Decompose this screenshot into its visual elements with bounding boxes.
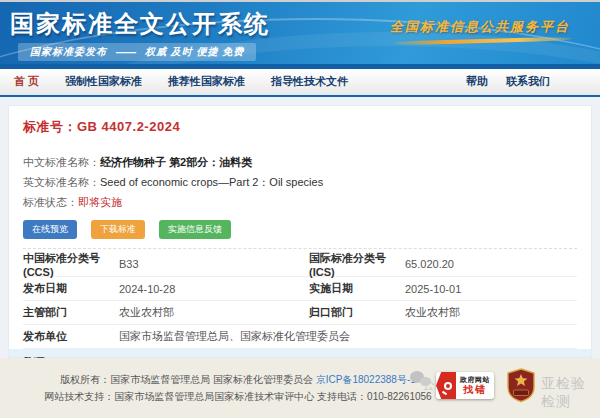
subtitle-dash: —— xyxy=(116,47,136,58)
watermark-text: 亚检验检测 xyxy=(541,375,600,411)
issuing-unit-value: 国家市场监督管理总局、国家标准化管理委员会 xyxy=(119,329,577,344)
page-footer: 版权所有：国家市场监督管理总局 国家标准化管理委员会 京ICP备18022388… xyxy=(0,358,600,418)
cn-name-value: 经济作物种子 第2部分：油料类 xyxy=(100,156,252,168)
site-title: 国家标准全文公开系统 xyxy=(10,8,270,40)
nav-item-help[interactable]: 帮助 xyxy=(466,74,488,89)
nav-item-mandatory-standards[interactable]: 强制性国家标准 xyxy=(65,74,142,89)
banner-bottom-strip xyxy=(0,64,600,69)
centralized-dept-label: 归口部门 xyxy=(309,305,405,320)
ics-value: 65.020.20 xyxy=(405,258,577,270)
nav-right-group: 帮助 联系我们 xyxy=(466,74,586,89)
standard-number-line: 标准号：GB 4407.2-2024 xyxy=(23,106,577,136)
implement-date-value: 2025-10-01 xyxy=(405,283,577,295)
table-row: 中国标准分类号 (CCS) B33 国际标准分类号 (ICS) 65.020.2… xyxy=(23,252,577,276)
nav-item-home[interactable]: 首 页 xyxy=(14,74,39,89)
implement-date-label: 实施日期 xyxy=(309,281,405,296)
icp-link[interactable]: 京ICP备18022388号-1 xyxy=(316,374,416,385)
table-row: 发布日期 2024-10-28 实施日期 2025-10-01 xyxy=(23,276,577,300)
err-badge-top-text: 政府网站 xyxy=(460,376,490,384)
report-shield-badge-icon[interactable] xyxy=(506,368,536,407)
action-buttons: 在线预览 下载标准 实施信息反馈 xyxy=(23,220,577,239)
nav-item-guiding-documents[interactable]: 指导性技术文件 xyxy=(271,74,348,89)
ics-label: 国际标准分类号 (ICS) xyxy=(309,251,405,278)
implementation-feedback-button[interactable]: 实施信息反馈 xyxy=(159,220,231,239)
ccs-label: 中国标准分类号 (CCS) xyxy=(23,251,119,278)
platform-underline xyxy=(392,37,572,46)
en-name-value: Seed of economic crops—Part 2：Oil specie… xyxy=(100,176,323,188)
standard-detail-card: 标准号：GB 4407.2-2024 中文标准名称：经济作物种子 第2部分：油料… xyxy=(8,105,592,358)
download-standard-button[interactable]: 下载标准 xyxy=(91,220,145,239)
centralized-dept-value: 农业农村部 xyxy=(405,305,577,320)
table-row: 主管部门 农业农村部 归口部门 农业农村部 xyxy=(23,300,577,324)
magnifier-flag-icon xyxy=(436,372,456,399)
status-line: 标准状态：即将实施 xyxy=(23,195,577,210)
slogan-text: 权威 及时 便捷 免费 xyxy=(145,45,244,59)
dashed-divider xyxy=(23,248,577,249)
status-badge: 即将实施 xyxy=(78,196,122,208)
issuing-unit-label: 发布单位 xyxy=(23,329,119,344)
en-name-line: 英文标准名称：Seed of economic crops—Part 2：Oil… xyxy=(23,175,577,190)
footer-text: 版权所有：国家市场监督管理总局 国家标准化管理委员会 京ICP备18022388… xyxy=(28,371,448,405)
platform-logo-text: 全国标准信息公共服务平台 xyxy=(390,18,570,36)
ccs-value: B33 xyxy=(119,258,309,270)
publish-date-value: 2024-10-28 xyxy=(119,283,309,295)
site-banner: 国家标准全文公开系统 国家标准委发布 —— 权威 及时 便捷 免费 全国标准信息… xyxy=(0,2,600,69)
card-bottom-strip xyxy=(9,349,591,357)
gov-site-error-report-badge[interactable]: 政府网站 找错 xyxy=(436,372,494,399)
table-row: 发布单位 国家市场监督管理总局、国家标准化管理委员会 xyxy=(23,324,577,348)
copyright-line: 版权所有：国家市场监督管理总局 国家标准化管理委员会 京ICP备18022388… xyxy=(28,371,448,388)
nav-item-contact[interactable]: 联系我们 xyxy=(506,74,550,89)
standard-number-label: 标准号： xyxy=(23,119,77,134)
standard-number-value: GB 4407.2-2024 xyxy=(77,119,180,134)
publisher-label: 国家标准委发布 xyxy=(30,45,107,59)
competent-dept-value: 农业农村部 xyxy=(119,305,309,320)
main-nav: 首 页 强制性国家标准 推荐性国家标准 指导性技术文件 帮助 联系我们 xyxy=(0,69,600,97)
cn-name-line: 中文标准名称：经济作物种子 第2部分：油料类 xyxy=(23,155,577,170)
page: 国家标准全文公开系统 国家标准委发布 —— 权威 及时 便捷 免费 全国标准信息… xyxy=(0,0,600,418)
cn-name-label: 中文标准名称： xyxy=(23,156,100,168)
site-subtitle: 国家标准委发布 —— 权威 及时 便捷 免费 xyxy=(18,43,256,61)
en-name-label: 英文标准名称： xyxy=(23,176,100,188)
status-label: 标准状态： xyxy=(23,196,78,208)
nav-item-recommended-standards[interactable]: 推荐性国家标准 xyxy=(168,74,245,89)
competent-dept-label: 主管部门 xyxy=(23,305,119,320)
err-badge-bottom-text: 找错 xyxy=(463,384,487,396)
publish-date-label: 发布日期 xyxy=(23,281,119,296)
copyright-text: 版权所有：国家市场监督管理总局 国家标准化管理委员会 xyxy=(60,374,316,385)
tech-support-line: 网站技术支持：国家市场监督管理总局国家标准技术审评中心 支持电话：010-822… xyxy=(28,388,448,405)
online-preview-button[interactable]: 在线预览 xyxy=(23,220,77,239)
